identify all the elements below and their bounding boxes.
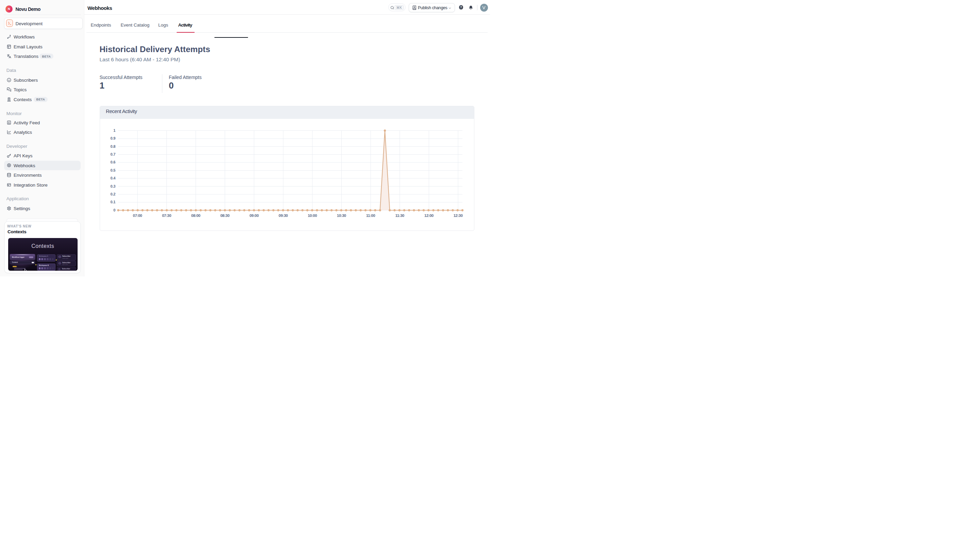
- svg-text:0.1: 0.1: [111, 200, 116, 204]
- svg-text:0.6: 0.6: [111, 160, 116, 164]
- svg-text:1: 1: [113, 128, 115, 132]
- svg-text:0.5: 0.5: [111, 168, 116, 172]
- svg-text:09:00: 09:00: [250, 214, 259, 218]
- svg-text:0.7: 0.7: [111, 152, 116, 156]
- svg-text:12:00: 12:00: [424, 214, 434, 218]
- svg-text:0.3: 0.3: [111, 184, 116, 188]
- svg-text:0.8: 0.8: [111, 144, 116, 148]
- svg-text:08:00: 08:00: [191, 214, 200, 218]
- svg-text:0: 0: [113, 208, 115, 212]
- svg-text:0.4: 0.4: [111, 176, 116, 180]
- svg-text:07:30: 07:30: [162, 214, 171, 218]
- svg-text:07:00: 07:00: [133, 214, 142, 218]
- svg-text:08:30: 08:30: [220, 214, 229, 218]
- svg-text:12:30: 12:30: [453, 214, 463, 218]
- svg-text:09:30: 09:30: [279, 214, 288, 218]
- svg-text:10:00: 10:00: [308, 214, 317, 218]
- svg-text:11:00: 11:00: [366, 214, 375, 218]
- svg-text:10:30: 10:30: [337, 214, 346, 218]
- svg-text:0.9: 0.9: [111, 136, 116, 140]
- svg-text:0.2: 0.2: [111, 192, 116, 196]
- svg-text:11:30: 11:30: [395, 214, 404, 218]
